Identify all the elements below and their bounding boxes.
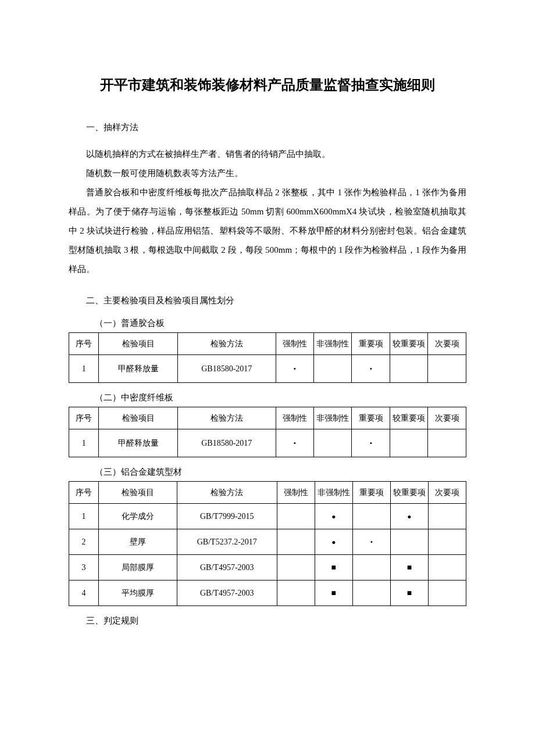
subheading-2: （二）中密度纤维板 [95,392,466,403]
th-c3: 重要项 [352,333,390,355]
table-header-row: 序号 检验项目 检验方法 强制性 非强制性 重要项 较重要项 次要项 [69,482,466,504]
th-c2: 非强制性 [314,407,352,429]
th-seq: 序号 [69,333,99,355]
cell-seq: 2 [69,529,99,555]
dot-icon [370,364,372,373]
th-c3: 重要项 [352,407,390,429]
section-1-heading: 一、抽样方法 [69,122,466,133]
table-row: 3 局部膜厚 GB/T4957-2003 [69,555,466,581]
dot-icon [294,364,296,373]
th-c1: 强制性 [276,407,313,429]
th-item: 检验项目 [99,333,178,355]
cell-mark [315,555,352,581]
cell-mark [390,581,428,606]
cell-mark [428,581,466,606]
th-c2: 非强制性 [314,333,352,355]
th-item: 检验项目 [99,407,178,429]
cell-mark [428,355,466,383]
cell-mark [390,429,427,457]
th-c1: 强制性 [277,482,315,504]
cell-mark [390,555,428,581]
cell-method: GB/T5237.2-2017 [177,529,277,555]
cell-seq: 3 [69,555,99,581]
cell-mark [428,529,466,555]
cell-method: GB/T7999-2015 [177,504,277,529]
cell-seq: 4 [69,581,99,606]
cell-mark [352,355,390,383]
cell-mark [352,581,390,606]
cell-mark [277,504,315,529]
th-c3: 重要项 [352,482,390,504]
square-icon [407,589,412,597]
paragraph: 普通胶合板和中密度纤维板每批次产品抽取样品 2 张整板，其中 1 张作为检验样品… [69,183,466,279]
cell-method: GB18580-2017 [178,429,276,457]
table-row: 2 壁厚 GB/T5237.2-2017 [69,529,466,555]
cell-mark [315,581,352,606]
cell-mark [277,581,315,606]
table-row: 1 化学成分 GB/T7999-2015 [69,504,466,529]
cell-method: GB/T4957-2003 [177,581,277,606]
square-icon [331,589,336,597]
cell-mark [277,555,315,581]
cell-mark [352,429,390,457]
th-method: 检验方法 [178,333,276,355]
paragraph: 以随机抽样的方式在被抽样生产者、销售者的待销产品中抽取。 [69,145,466,164]
th-seq: 序号 [69,407,99,429]
cell-mark [314,355,352,383]
cell-method: GB18580-2017 [178,355,276,383]
cell-method: GB/T4957-2003 [177,555,277,581]
subheading-1: （一）普通胶合板 [95,318,466,329]
table-header-row: 序号 检验项目 检验方法 强制性 非强制性 重要项 较重要项 次要项 [69,333,466,355]
section-2-heading: 二、主要检验项目及检验项目属性划分 [69,295,466,306]
th-c4: 较重要项 [390,333,427,355]
dot-icon [370,538,373,546]
cell-mark [428,429,466,457]
cell-item: 局部膜厚 [99,555,177,581]
th-seq: 序号 [69,482,99,504]
section-3-heading: 三、判定规则 [69,615,466,626]
cell-mark [390,504,428,529]
th-c5: 次要项 [428,407,466,429]
cell-mark [314,429,352,457]
th-method: 检验方法 [178,407,276,429]
th-c2: 非强制性 [315,482,352,504]
cell-mark [352,555,390,581]
cell-mark [276,355,313,383]
cell-seq: 1 [69,355,99,383]
th-method: 检验方法 [177,482,277,504]
cell-mark [390,529,428,555]
table-2: 序号 检验项目 检验方法 强制性 非强制性 重要项 较重要项 次要项 1 甲醛释… [69,407,466,457]
th-c5: 次要项 [428,333,466,355]
cell-mark [428,504,466,529]
cell-mark [315,504,352,529]
page-title: 开平市建筑和装饰装修材料产品质量监督抽查实施细则 [69,76,466,94]
cell-mark [276,429,313,457]
table-row: 1 甲醛释放量 GB18580-2017 [69,355,466,383]
cell-mark [277,529,315,555]
cell-mark [352,529,390,555]
table-header-row: 序号 检验项目 检验方法 强制性 非强制性 重要项 较重要项 次要项 [69,407,466,429]
cell-seq: 1 [69,429,99,457]
cell-item: 甲醛释放量 [99,355,178,383]
table-row: 1 甲醛释放量 GB18580-2017 [69,429,466,457]
th-c4: 较重要项 [390,482,428,504]
table-1: 序号 检验项目 检验方法 强制性 非强制性 重要项 较重要项 次要项 1 甲醛释… [69,332,466,383]
dot-icon [331,538,336,546]
dot-icon [370,439,372,447]
th-c5: 次要项 [428,482,466,504]
cell-mark [428,555,466,581]
dot-icon [294,439,296,447]
cell-mark [390,355,427,383]
subheading-3: （三）铝合金建筑型材 [95,467,466,478]
th-c1: 强制性 [276,333,313,355]
square-icon [407,563,412,572]
square-icon [331,563,336,572]
th-item: 检验项目 [99,482,177,504]
cell-item: 甲醛释放量 [99,429,178,457]
th-c4: 较重要项 [390,407,427,429]
cell-item: 壁厚 [99,529,177,555]
cell-mark [315,529,352,555]
cell-seq: 1 [69,504,99,529]
table-row: 4 平均膜厚 GB/T4957-2003 [69,581,466,606]
cell-item: 平均膜厚 [99,581,177,606]
